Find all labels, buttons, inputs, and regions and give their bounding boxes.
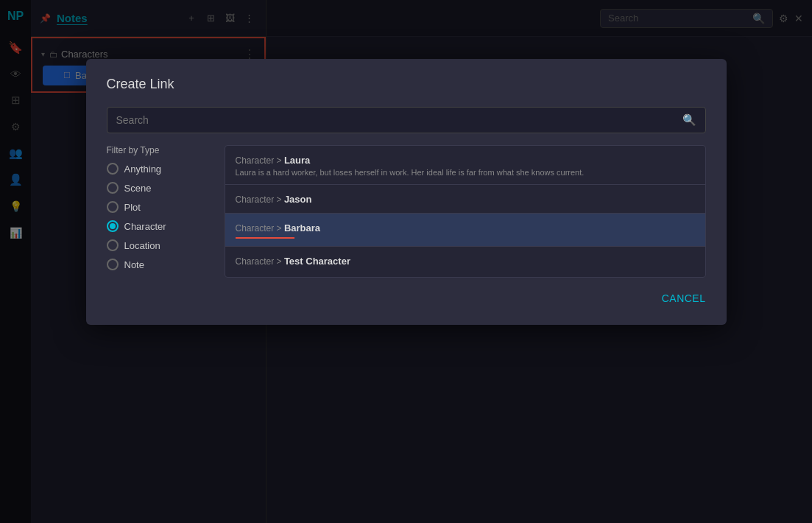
filter-label-scene: Scene: [124, 183, 152, 194]
results-list: Character > Laura Laura is a hard worker…: [225, 145, 706, 278]
filter-option-note[interactable]: Note: [107, 259, 210, 270]
radio-scene[interactable]: [107, 182, 119, 194]
radio-note[interactable]: [107, 259, 119, 270]
radio-character-fill: [110, 223, 116, 229]
cancel-button[interactable]: CANCEL: [662, 292, 706, 304]
result-item-jason[interactable]: Character > Jason: [225, 185, 705, 214]
result-name-test: Test Character: [284, 256, 350, 267]
filter-label-anything: Anything: [124, 164, 162, 175]
result-item-barbara[interactable]: Character > Barbara: [225, 214, 705, 247]
filter-label-character: Character: [124, 221, 166, 232]
result-category-laura: Character >: [236, 155, 284, 166]
filter-label-plot: Plot: [124, 202, 141, 213]
filter-label-note: Note: [124, 259, 144, 270]
result-category-test: Character >: [236, 256, 284, 267]
radio-anything[interactable]: [107, 163, 119, 175]
modal-overlay: Create Link 🔍 Filter by Type Anything: [0, 0, 812, 523]
result-name-laura: Laura: [284, 155, 310, 166]
main-area: 🔍 ⚙ ✕ Barbara B I U S ≡ ≡ ≡ ≡ " ¶ H1 H2: [266, 0, 812, 523]
modal-footer: CANCEL: [107, 292, 706, 304]
modal-title: Create Link: [107, 77, 706, 92]
result-category-barbara: Character >: [236, 223, 284, 234]
filter-label: Filter by Type: [107, 145, 210, 155]
result-category-jason: Character >: [236, 194, 284, 205]
radio-plot[interactable]: [107, 201, 119, 213]
modal-search-icon: 🔍: [682, 113, 696, 127]
filter-label-location: Location: [124, 240, 160, 251]
create-link-modal: Create Link 🔍 Filter by Type Anything: [86, 59, 727, 325]
modal-search-input[interactable]: [116, 114, 677, 126]
result-item-test-character[interactable]: Character > Test Character: [225, 247, 705, 275]
radio-location[interactable]: [107, 239, 119, 251]
radio-character[interactable]: [107, 220, 119, 232]
result-name-jason: Jason: [284, 194, 312, 205]
result-underline-barbara: [236, 237, 294, 239]
filter-panel: Filter by Type Anything Scene Plot: [107, 145, 210, 278]
result-name-barbara: Barbara: [284, 222, 320, 234]
result-desc-laura: Laura is a hard worker, but loses hersel…: [236, 168, 695, 177]
filter-option-plot[interactable]: Plot: [107, 201, 210, 213]
result-item-laura[interactable]: Character > Laura Laura is a hard worker…: [225, 146, 705, 185]
filter-option-location[interactable]: Location: [107, 239, 210, 251]
modal-search-box[interactable]: 🔍: [107, 107, 706, 133]
filter-option-character[interactable]: Character: [107, 220, 210, 232]
filter-option-scene[interactable]: Scene: [107, 182, 210, 194]
modal-body: Filter by Type Anything Scene Plot: [107, 145, 706, 278]
filter-option-anything[interactable]: Anything: [107, 163, 210, 175]
